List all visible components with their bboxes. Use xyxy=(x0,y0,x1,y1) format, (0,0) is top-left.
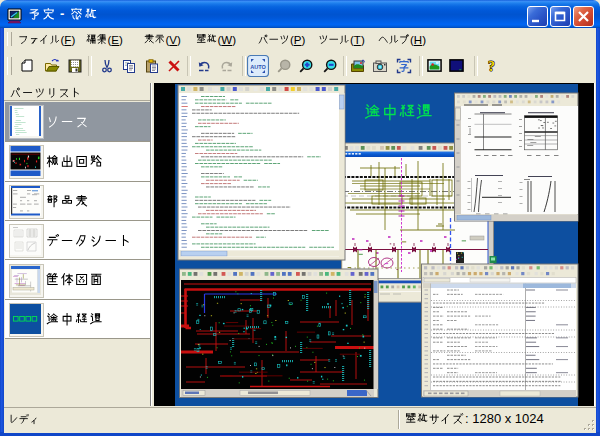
svg-text:AUTO: AUTO xyxy=(250,64,266,70)
svg-text:?: ? xyxy=(488,58,495,74)
